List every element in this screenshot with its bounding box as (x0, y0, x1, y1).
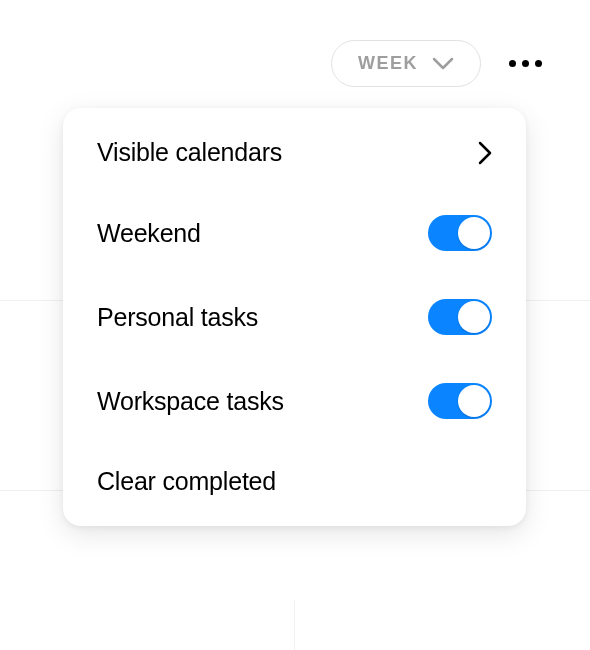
menu-item-clear-completed[interactable]: Clear completed (63, 443, 526, 520)
more-dots-icon (509, 60, 516, 67)
more-dots-icon (522, 60, 529, 67)
grid-line (294, 600, 295, 650)
chevron-right-icon (478, 141, 492, 165)
chevron-down-icon (432, 57, 454, 71)
view-dropdown[interactable]: WEEK (331, 40, 481, 87)
toolbar: WEEK (331, 40, 550, 87)
toggle-personal-tasks[interactable] (428, 299, 492, 335)
toggle-knob (458, 217, 490, 249)
more-dots-icon (535, 60, 542, 67)
menu-item-label: Clear completed (97, 467, 276, 496)
menu-item-weekend: Weekend (63, 191, 526, 275)
options-menu: Visible calendars Weekend Personal tasks… (63, 108, 526, 526)
toggle-weekend[interactable] (428, 215, 492, 251)
menu-item-workspace-tasks: Workspace tasks (63, 359, 526, 443)
toggle-knob (458, 301, 490, 333)
toggle-knob (458, 385, 490, 417)
view-dropdown-label: WEEK (358, 53, 418, 74)
more-button[interactable] (501, 52, 550, 75)
menu-item-label: Visible calendars (97, 138, 282, 167)
menu-item-label: Workspace tasks (97, 387, 284, 416)
menu-item-visible-calendars[interactable]: Visible calendars (63, 114, 526, 191)
menu-item-label: Weekend (97, 219, 201, 248)
toggle-workspace-tasks[interactable] (428, 383, 492, 419)
menu-item-personal-tasks: Personal tasks (63, 275, 526, 359)
menu-item-label: Personal tasks (97, 303, 258, 332)
